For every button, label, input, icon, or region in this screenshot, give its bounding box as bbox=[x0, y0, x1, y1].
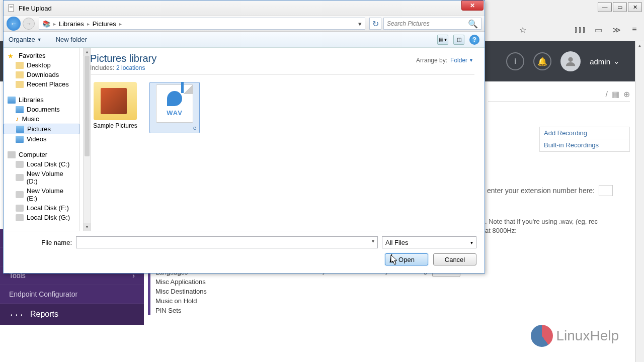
nav-back-button[interactable]: ← bbox=[7, 17, 21, 31]
locations-link[interactable]: 2 locations bbox=[116, 64, 145, 71]
tree-pictures[interactable]: Pictures bbox=[4, 124, 79, 134]
submenu-misc-apps[interactable]: Misc Applications bbox=[148, 277, 254, 287]
tree-documents[interactable]: Documents bbox=[4, 105, 79, 114]
grid-icon[interactable]: ▦ bbox=[612, 89, 619, 99]
refresh-button[interactable]: ↻ bbox=[369, 18, 381, 30]
user-menu[interactable]: admin⌄ bbox=[590, 57, 620, 66]
disk-icon bbox=[16, 174, 24, 181]
builtin-recordings-link[interactable]: Built-in Recordings bbox=[540, 139, 629, 151]
svg-point-0 bbox=[569, 57, 573, 62]
music-icon: ♪ bbox=[16, 115, 19, 123]
win-minimize-button[interactable]: — bbox=[598, 2, 612, 12]
globe-icon[interactable]: ⊕ bbox=[623, 89, 630, 99]
overflow-icon[interactable]: ≫ bbox=[612, 25, 621, 34]
avatar[interactable] bbox=[560, 51, 581, 71]
tree-videos[interactable]: Videos bbox=[4, 134, 79, 144]
tree-computer[interactable]: Computer bbox=[4, 150, 79, 159]
arrange-dropdown[interactable]: Folder▼ bbox=[450, 57, 473, 64]
view-mode-button[interactable]: ▤ ▾ bbox=[437, 35, 448, 45]
extension-prompt: enter your extension number here: bbox=[487, 185, 624, 196]
scroll-up-icon[interactable]: ▲ bbox=[635, 41, 644, 50]
add-recording-link[interactable]: Add Recording bbox=[540, 127, 629, 139]
tree-favorites[interactable]: ★Favorites bbox=[4, 51, 79, 60]
star-icon: ★ bbox=[8, 52, 16, 59]
search-box[interactable]: 🔍 bbox=[383, 18, 481, 30]
svg-rect-2 bbox=[10, 6, 13, 7]
tree-disk-e[interactable]: New Volume (E:) bbox=[4, 186, 79, 203]
submenu-pin-sets[interactable]: PIN Sets bbox=[148, 306, 254, 315]
dialog-titlebar[interactable]: File Upload ✕ bbox=[4, 1, 485, 16]
reader-icon[interactable]: ▭ bbox=[594, 25, 603, 34]
file-wav-selected[interactable]: WAV e bbox=[149, 82, 200, 133]
document-icon bbox=[8, 4, 16, 12]
notification-icon[interactable]: 🔔 bbox=[533, 52, 551, 70]
extension-input[interactable] bbox=[599, 185, 613, 196]
tree-libraries[interactable]: Libraries bbox=[4, 95, 79, 105]
dropdown-icon[interactable]: ▾ bbox=[358, 20, 362, 28]
cancel-button[interactable]: Cancel bbox=[433, 253, 476, 265]
nav-tree: ★Favorites Desktop Downloads Recent Plac… bbox=[4, 48, 80, 231]
sidebar-item-reports[interactable]: ⬪⬪⬪ Reports bbox=[0, 304, 144, 325]
folder-icon bbox=[16, 62, 24, 69]
disk-icon bbox=[16, 214, 24, 221]
win-maximize-button[interactable]: ▭ bbox=[613, 2, 627, 12]
disk-icon bbox=[16, 161, 24, 168]
address-bar[interactable]: 📚 ▸ Libraries ▸ Pictures ▸ ▾ bbox=[39, 18, 365, 30]
videos-icon bbox=[16, 136, 24, 143]
tree-recent[interactable]: Recent Places bbox=[4, 79, 79, 89]
tree-disk-g[interactable]: Local Disk (G:) bbox=[4, 213, 79, 222]
pictures-icon bbox=[16, 126, 24, 133]
file-upload-dialog: File Upload ✕ ← → 📚 ▸ Libraries ▸ Pictur… bbox=[3, 0, 485, 274]
logo-swirl-icon bbox=[531, 325, 553, 347]
search-icon: 🔍 bbox=[468, 19, 478, 29]
tree-music[interactable]: ♪Music bbox=[4, 114, 79, 124]
computer-icon bbox=[8, 151, 16, 158]
dialog-footer: File name: All Files ▾ Open Cancel bbox=[4, 231, 485, 270]
preview-pane-button[interactable]: ◫ bbox=[453, 35, 464, 45]
dialog-title: File Upload bbox=[19, 5, 52, 12]
library-icon[interactable]: ⫿⫿⫿ bbox=[576, 25, 585, 34]
dialog-toolbar: Organize▼ New folder ▤ ▾ ◫ ? bbox=[4, 32, 485, 48]
page-scrollbar[interactable]: ▲ bbox=[635, 41, 644, 362]
tree-disk-f[interactable]: Local Disk (F:) bbox=[4, 203, 79, 213]
organize-button[interactable]: Organize▼ bbox=[9, 36, 42, 43]
library-icon bbox=[8, 97, 16, 104]
folder-icon bbox=[16, 71, 24, 78]
bookmark-star-icon[interactable]: ☆ bbox=[518, 25, 527, 34]
submenu-moh[interactable]: Music on Hold bbox=[148, 296, 254, 306]
info-icon[interactable]: i bbox=[506, 52, 524, 70]
help-button[interactable]: ? bbox=[469, 35, 479, 45]
music-note-icon bbox=[167, 91, 182, 106]
filename-input[interactable] bbox=[76, 236, 378, 248]
tree-downloads[interactable]: Downloads bbox=[4, 70, 79, 79]
open-button[interactable]: Open bbox=[385, 253, 428, 265]
tree-disk-d[interactable]: New Volume (D:) bbox=[4, 169, 79, 186]
wav-note: . Note that if you're using .wav, (eg, r… bbox=[485, 217, 624, 235]
tree-desktop[interactable]: Desktop bbox=[4, 60, 79, 70]
chart-icon: ⬪⬪⬪ bbox=[9, 310, 24, 319]
filetype-dropdown[interactable]: All Files ▾ bbox=[382, 236, 476, 248]
svg-rect-3 bbox=[10, 8, 13, 8]
nav-forward-button[interactable]: → bbox=[23, 18, 35, 30]
chevron-down-icon: ▾ bbox=[470, 240, 473, 245]
filename-label: File name: bbox=[12, 239, 72, 246]
file-sample-pictures[interactable]: Sample Pictures bbox=[90, 82, 140, 133]
documents-icon bbox=[16, 106, 24, 113]
linuxhelp-logo: LinuxHelp bbox=[531, 325, 619, 347]
tree-disk-c[interactable]: Local Disk (C:) bbox=[4, 159, 79, 169]
right-panel: Add Recording Built-in Recordings bbox=[539, 127, 630, 152]
folder-icon bbox=[94, 82, 137, 120]
menu-icon[interactable]: ≡ bbox=[630, 25, 639, 34]
wav-file-icon: WAV bbox=[156, 84, 193, 123]
dialog-navbar: ← → 📚 ▸ Libraries ▸ Pictures ▸ ▾ ↻ 🔍 bbox=[4, 16, 485, 32]
arrange-by: Arrange by: Folder▼ bbox=[416, 57, 473, 64]
new-folder-button[interactable]: New folder bbox=[56, 36, 87, 43]
sidebar-item-endpoint[interactable]: Endpoint Configurator bbox=[0, 285, 144, 304]
folder-icon bbox=[16, 81, 24, 88]
win-close-button[interactable]: ✕ bbox=[628, 2, 642, 12]
submenu-misc-dest[interactable]: Misc Destinations bbox=[148, 287, 254, 296]
disk-icon bbox=[16, 205, 24, 212]
dialog-close-button[interactable]: ✕ bbox=[461, 1, 484, 11]
chevron-down-icon: ⌄ bbox=[613, 57, 620, 66]
search-input[interactable] bbox=[387, 20, 467, 27]
